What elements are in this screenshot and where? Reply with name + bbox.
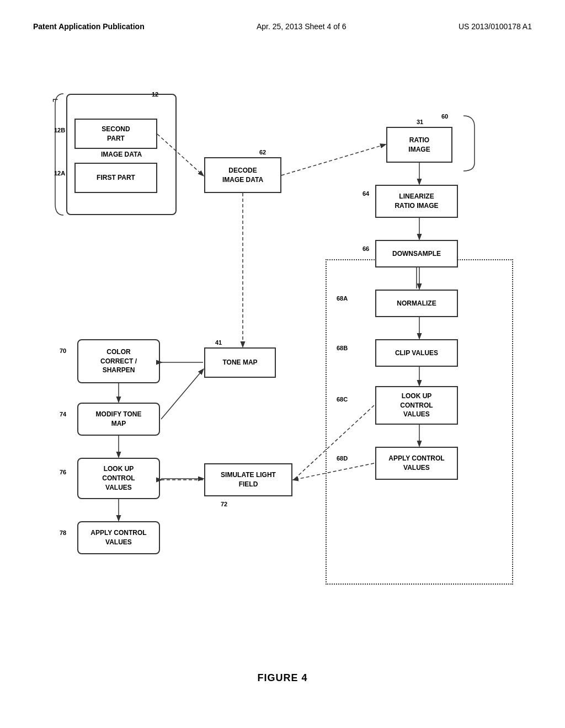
- label-31: 31: [417, 119, 423, 125]
- simulate-label: SIMULATE LIGHTFIELD: [221, 470, 276, 489]
- label-64: 64: [363, 190, 369, 197]
- header-patent-number: US 2013/0100178 A1: [459, 22, 532, 31]
- header-date-sheet: Apr. 25, 2013 Sheet 4 of 6: [257, 22, 347, 31]
- tone-map-box: TONE MAP: [204, 347, 276, 378]
- apply-left-box: APPLY CONTROLVALUES: [77, 521, 160, 554]
- lookup-left-label: LOOK UPCONTROLVALUES: [102, 464, 135, 492]
- page-header: Patent Application Publication Apr. 25, …: [0, 0, 565, 42]
- lookup-right-box: LOOK UPCONTROLVALUES: [375, 386, 458, 425]
- label-12-brace: ⌐: [52, 94, 58, 105]
- label-70: 70: [60, 347, 66, 354]
- normalize-label: NORMALIZE: [397, 299, 436, 308]
- clip-values-label: CLIP VALUES: [395, 349, 438, 358]
- modify-tone-label: MODIFY TONEMAP: [96, 410, 142, 429]
- decode-label: DECODEIMAGE DATA: [222, 166, 263, 185]
- apply-left-label: APPLY CONTROLVALUES: [90, 528, 146, 547]
- linearize-box: LINEARIZERATIO IMAGE: [375, 185, 458, 218]
- decode-box: DECODEIMAGE DATA: [204, 157, 281, 193]
- normalize-box: NORMALIZE: [375, 290, 458, 317]
- header-publication-label: Patent Application Publication: [33, 22, 145, 31]
- label-12b: 12B: [54, 127, 65, 133]
- image-data-label: IMAGE DATA: [101, 150, 142, 159]
- lookup-left-box: LOOK UPCONTROLVALUES: [77, 458, 160, 499]
- label-68b: 68B: [337, 345, 348, 351]
- svg-line-13: [161, 370, 203, 419]
- modify-tone-box: MODIFY TONEMAP: [77, 403, 160, 436]
- apply-right-label: APPLY CONTROLVALUES: [388, 454, 444, 473]
- label-68a: 68A: [337, 295, 348, 302]
- ratio-image-box: RATIOIMAGE: [386, 127, 452, 163]
- apply-right-box: APPLY CONTROLVALUES: [375, 447, 458, 480]
- lookup-right-label: LOOK UPCONTROLVALUES: [400, 392, 433, 419]
- label-12: 12: [152, 91, 158, 98]
- first-part-label: FIRST PART: [97, 173, 135, 183]
- label-68c: 68C: [337, 396, 348, 403]
- ratio-image-label: RATIOIMAGE: [408, 136, 430, 154]
- first-part-box: FIRST PART: [74, 163, 157, 193]
- label-74: 74: [60, 411, 66, 417]
- tone-map-label: TONE MAP: [222, 358, 257, 367]
- second-part-label: SECONDPART: [102, 125, 130, 143]
- label-41: 41: [215, 339, 222, 346]
- linearize-label: LINEARIZERATIO IMAGE: [395, 192, 438, 211]
- downsample-label: DOWNSAMPLE: [392, 249, 441, 259]
- label-78: 78: [60, 529, 66, 536]
- label-12a: 12A: [54, 170, 65, 176]
- label-60: 60: [441, 113, 448, 120]
- label-72: 72: [221, 501, 227, 507]
- color-correct-label: COLORCORRECT /SHARPEN: [100, 347, 137, 375]
- label-62: 62: [259, 149, 266, 156]
- label-68d: 68D: [337, 455, 348, 462]
- downsample-box: DOWNSAMPLE: [375, 240, 458, 267]
- diagram-area: IMAGE DATA 12 ⌐ SECONDPART FIRST PART 12…: [33, 77, 532, 640]
- simulate-box: SIMULATE LIGHTFIELD: [204, 463, 292, 496]
- figure-label: FIGURE 4: [257, 672, 307, 684]
- label-66: 66: [363, 245, 369, 252]
- label-76: 76: [60, 469, 66, 475]
- second-part-box: SECONDPART: [74, 119, 157, 149]
- image-data-box: IMAGE DATA: [66, 94, 177, 215]
- clip-values-box: CLIP VALUES: [375, 339, 458, 367]
- svg-line-2: [281, 144, 385, 175]
- color-correct-box: COLORCORRECT /SHARPEN: [77, 339, 160, 383]
